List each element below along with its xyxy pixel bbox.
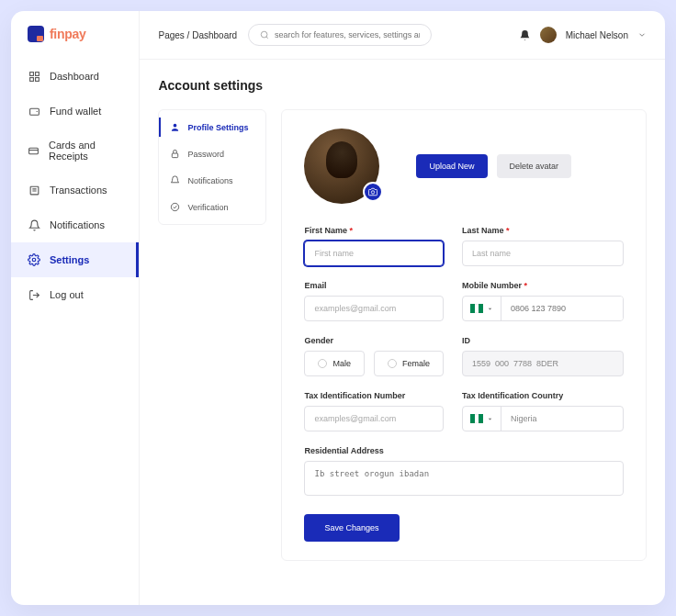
svg-point-12	[261, 31, 267, 38]
content-area: Pages / Dashboard Michael Nelson Account…	[140, 11, 665, 605]
camera-button[interactable]	[363, 182, 383, 202]
gear-icon	[28, 253, 40, 266]
sidebar-item-logout[interactable]: Log out	[11, 277, 139, 312]
chevron-down-icon	[487, 416, 493, 422]
id-field: ID	[462, 336, 624, 376]
chevron-down-icon[interactable]	[637, 30, 647, 39]
radio-icon	[388, 359, 397, 368]
address-label: Residential Address	[304, 446, 624, 455]
gender-field: Gender Male Female	[304, 336, 444, 376]
nigeria-flag-icon	[470, 414, 483, 423]
notification-bell-icon[interactable]	[519, 29, 531, 41]
sidebar-item-label: Fund wallet	[50, 106, 101, 117]
wallet-icon	[28, 105, 40, 118]
user-name: Michael Nelson	[566, 30, 628, 40]
mobile-input-group[interactable]	[462, 296, 624, 321]
tax-country-label: Tax Identification Country	[462, 391, 624, 400]
svg-rect-15	[173, 153, 178, 158]
svg-line-13	[266, 37, 268, 39]
tin-field: Tax Identification Number	[304, 391, 444, 431]
email-label: Email	[304, 281, 444, 290]
topbar: Pages / Dashboard Michael Nelson	[140, 11, 665, 60]
lock-icon	[170, 149, 180, 159]
card-icon	[28, 144, 39, 157]
sidebar-item-dashboard[interactable]: Dashboard	[11, 59, 139, 94]
svg-point-16	[172, 203, 179, 210]
country-code-selector[interactable]	[463, 297, 501, 320]
search-icon	[260, 30, 269, 39]
avatar[interactable]	[540, 27, 557, 43]
email-field: Email	[304, 281, 444, 321]
sidebar-item-label: Cards and Receipts	[49, 140, 122, 162]
sidebar-item-label: Transactions	[50, 185, 107, 196]
settings-panel: Upload New Delete avatar First Name * La…	[281, 109, 647, 561]
id-label: ID	[462, 336, 624, 345]
subnav-profile[interactable]: Profile Settings	[159, 114, 265, 140]
radio-icon	[318, 359, 327, 368]
svg-point-17	[372, 191, 375, 194]
sidebar-item-label: Settings	[50, 254, 89, 265]
subnav-label: Verification	[187, 203, 228, 212]
sidebar-item-transactions[interactable]: Transactions	[11, 173, 139, 207]
sidebar-item-label: Dashboard	[50, 71, 99, 82]
svg-rect-2	[29, 77, 33, 81]
sidebar-item-settings[interactable]: Settings	[11, 242, 139, 277]
nigeria-flag-icon	[470, 304, 483, 313]
email-input[interactable]	[304, 296, 444, 321]
last-name-input[interactable]	[462, 241, 624, 266]
person-icon	[170, 122, 180, 132]
sidebar-item-label: Notifications	[50, 219, 105, 230]
save-changes-button[interactable]: Save Changes	[304, 514, 399, 542]
last-name-field: Last Name *	[462, 226, 624, 266]
svg-point-14	[174, 124, 177, 128]
tin-label: Tax Identification Number	[304, 391, 444, 400]
svg-marker-18	[489, 308, 492, 309]
chevron-down-icon	[487, 306, 493, 312]
main-panel: Account settings Profile Settings Passwo…	[140, 60, 665, 579]
svg-rect-1	[35, 72, 39, 75]
subnav-label: Profile Settings	[187, 123, 248, 132]
brand-name: finpay	[50, 27, 85, 41]
subnav-label: Notifications	[187, 176, 232, 185]
gender-male-option[interactable]: Male	[304, 351, 365, 376]
logo-mark-icon	[28, 26, 44, 42]
transactions-icon	[28, 184, 40, 196]
check-badge-icon	[170, 202, 180, 212]
page-title: Account settings	[158, 78, 647, 93]
search-box[interactable]	[248, 24, 432, 46]
upload-new-button[interactable]: Upload New	[416, 154, 487, 178]
svg-rect-5	[29, 148, 39, 154]
svg-point-10	[32, 258, 36, 262]
tax-country-field: Tax Identification Country Nigeria	[462, 391, 624, 431]
sidebar-item-fund-wallet[interactable]: Fund wallet	[11, 94, 139, 129]
subnav-verification[interactable]: Verification	[159, 194, 265, 220]
country-flag	[463, 407, 501, 431]
mobile-label: Mobile Number *	[462, 281, 624, 290]
subnav-notifications[interactable]: Notifications	[159, 167, 265, 194]
tin-input[interactable]	[304, 406, 444, 431]
sidebar-item-label: Log out	[50, 289, 84, 300]
svg-rect-3	[35, 77, 39, 81]
app-shell: finpay Dashboard Fund wallet Cards and R…	[11, 11, 665, 605]
logo: finpay	[11, 26, 139, 59]
logout-icon	[28, 288, 40, 301]
sidebar: finpay Dashboard Fund wallet Cards and R…	[11, 11, 140, 605]
subnav-label: Password	[187, 150, 224, 159]
last-name-label: Last Name *	[462, 226, 624, 235]
delete-avatar-button[interactable]: Delete avatar	[497, 154, 572, 178]
bell-icon	[170, 175, 180, 185]
first-name-input[interactable]	[304, 241, 444, 266]
mobile-input[interactable]	[501, 297, 623, 320]
svg-rect-4	[29, 108, 39, 115]
settings-subnav: Profile Settings Password Notifications	[158, 109, 266, 225]
sidebar-item-cards[interactable]: Cards and Receipts	[11, 129, 139, 173]
svg-rect-0	[29, 72, 33, 75]
gender-female-option[interactable]: Female	[374, 351, 444, 376]
mobile-field: Mobile Number *	[462, 281, 624, 321]
address-input[interactable]	[304, 461, 624, 496]
search-input[interactable]	[275, 30, 420, 39]
tax-country-select[interactable]: Nigeria	[462, 406, 624, 431]
bell-icon	[28, 218, 40, 231]
subnav-password[interactable]: Password	[159, 140, 265, 167]
sidebar-item-notifications[interactable]: Notifications	[11, 207, 139, 242]
